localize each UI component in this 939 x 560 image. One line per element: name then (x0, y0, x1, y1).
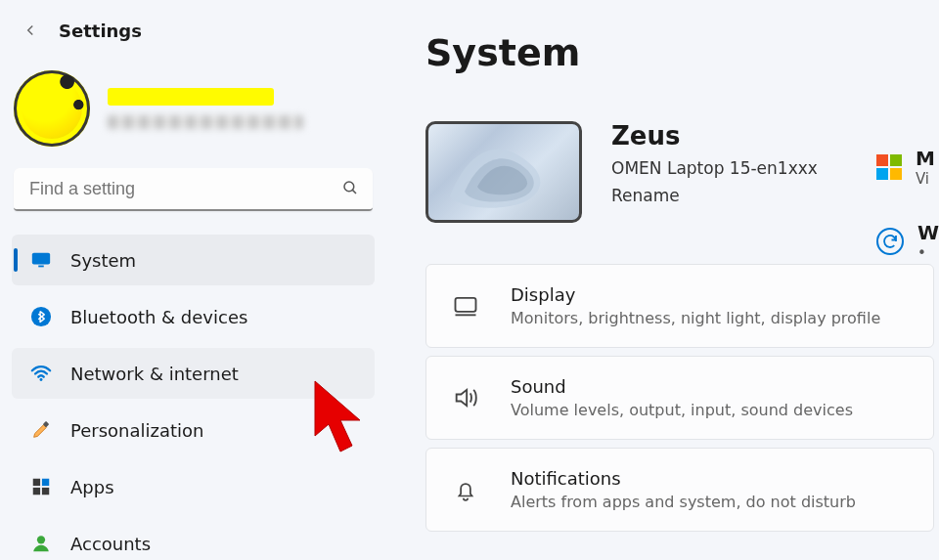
svg-rect-10 (42, 488, 49, 495)
settings-window: Settings System (0, 0, 939, 560)
back-button[interactable] (18, 18, 43, 43)
svg-rect-7 (33, 479, 40, 486)
sidebar: Settings System (0, 0, 386, 560)
wu-sub: • (917, 244, 939, 262)
monitor-icon (29, 248, 53, 272)
app-title: Settings (59, 21, 142, 41)
windows-update-tile[interactable]: W • (876, 221, 939, 262)
svg-point-5 (40, 378, 43, 381)
sidebar-item-label: Network & internet (70, 364, 239, 384)
apps-icon (29, 475, 53, 498)
sidebar-item-label: System (70, 250, 136, 271)
sidebar-item-accounts[interactable]: Accounts (12, 518, 375, 560)
sidebar-item-apps[interactable]: Apps (12, 461, 375, 512)
svg-rect-9 (33, 488, 40, 495)
card-subtitle: Alerts from apps and system, do not dist… (511, 493, 856, 511)
nav-list: System Bluetooth & devices Network & int… (10, 235, 377, 560)
ms365-heading: M (916, 147, 935, 170)
person-icon (29, 532, 53, 555)
search-box[interactable] (14, 168, 373, 211)
svg-point-11 (37, 536, 45, 543)
sidebar-item-label: Apps (70, 477, 114, 497)
card-title: Sound (511, 376, 853, 397)
sidebar-item-personalization[interactable]: Personalization (12, 405, 375, 455)
device-name: Zeus (611, 121, 818, 151)
display-icon (452, 292, 479, 320)
wallpaper-graphic (440, 128, 567, 216)
card-subtitle: Volume levels, output, input, sound devi… (511, 401, 853, 419)
svg-rect-3 (38, 266, 44, 268)
main-content: System Zeus OMEN Laptop 15-en1xxx Rename… (386, 0, 939, 560)
card-notifications[interactable]: Notifications Alerts from apps and syste… (425, 448, 934, 532)
sidebar-item-label: Personalization (70, 420, 203, 441)
sidebar-item-bluetooth[interactable]: Bluetooth & devices (12, 291, 375, 342)
settings-card-list: Display Monitors, brightness, night ligh… (425, 264, 939, 532)
svg-point-0 (344, 182, 354, 192)
profile-text (108, 88, 303, 129)
user-name-redacted (108, 88, 274, 106)
card-display[interactable]: Display Monitors, brightness, night ligh… (425, 264, 934, 348)
device-info-block: Zeus OMEN Laptop 15-en1xxx Rename (425, 121, 939, 223)
card-title: Notifications (511, 468, 856, 489)
sidebar-item-network[interactable]: Network & internet (12, 348, 375, 399)
card-title: Display (511, 284, 880, 305)
microsoft-logo-icon (876, 154, 902, 180)
page-title: System (425, 31, 939, 74)
bluetooth-icon (29, 305, 53, 328)
rename-link[interactable]: Rename (611, 186, 818, 205)
wifi-icon (29, 362, 53, 385)
sync-icon (876, 228, 904, 255)
search-icon (341, 179, 359, 200)
bell-icon (452, 476, 479, 503)
paintbrush-icon (29, 418, 53, 442)
sidebar-item-label: Accounts (70, 534, 151, 554)
sound-icon (452, 384, 479, 411)
microsoft-365-tile[interactable]: M Vi (876, 147, 939, 188)
wu-heading: W (917, 221, 939, 244)
right-column: M Vi W • (876, 147, 939, 262)
svg-rect-12 (456, 298, 476, 312)
user-email-redacted (108, 115, 303, 129)
search-input[interactable] (14, 168, 373, 211)
device-model: OMEN Laptop 15-en1xxx (611, 158, 818, 178)
profile-section[interactable] (10, 43, 377, 164)
sidebar-item-label: Bluetooth & devices (70, 307, 247, 327)
header: Settings (10, 18, 377, 43)
device-thumbnail[interactable] (425, 121, 582, 223)
card-subtitle: Monitors, brightness, night light, displ… (511, 309, 880, 327)
svg-rect-2 (32, 253, 50, 265)
card-sound[interactable]: Sound Volume levels, output, input, soun… (425, 356, 934, 440)
arrow-left-icon (22, 22, 39, 39)
svg-rect-8 (42, 479, 49, 486)
avatar (14, 70, 90, 147)
sidebar-item-system[interactable]: System (12, 235, 375, 285)
svg-line-1 (352, 190, 356, 194)
ms365-sub: Vi (916, 170, 935, 188)
device-info: Zeus OMEN Laptop 15-en1xxx Rename (611, 121, 818, 205)
